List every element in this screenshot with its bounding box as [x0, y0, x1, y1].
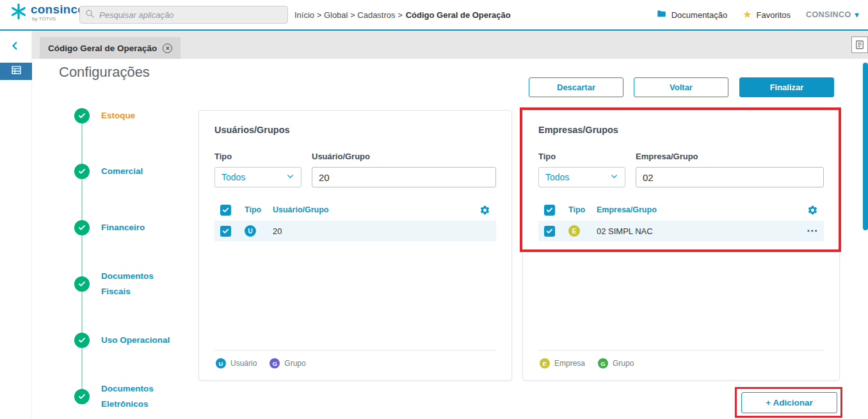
step-estoque[interactable]: Estoque: [74, 108, 183, 123]
stepper-connector-line: [81, 116, 83, 397]
chevron-down-icon: [610, 172, 618, 182]
step-comercial[interactable]: Comercial: [74, 164, 183, 179]
descartar-button[interactable]: Descartar: [529, 77, 623, 97]
group-badge-icon: G: [598, 358, 608, 368]
user-menu[interactable]: CONSINCO ▾: [806, 10, 859, 19]
step-uso-operacional[interactable]: Uso Operacional: [74, 333, 183, 348]
legend-item-empresa: E Empresa: [540, 358, 585, 368]
search-icon: [85, 9, 95, 21]
breadcrumb-path[interactable]: Início > Global > Cadastros >: [294, 10, 403, 20]
tipo-label: Tipo: [214, 152, 312, 161]
check-circle-icon: [74, 276, 90, 292]
step-documentos-fiscais[interactable]: Documentos Fiscais: [74, 269, 183, 299]
tipo-select-value: Todos: [221, 172, 245, 182]
legend: E Empresa G Grupo: [538, 350, 824, 371]
check-circle-icon: [74, 333, 90, 348]
row-value: 02 SIMPL NAC: [597, 226, 807, 236]
tipo-select-value: Todos: [545, 172, 569, 182]
table-header: Tipo Empresa/Grupo: [538, 200, 824, 219]
legend-item-grupo: G Grupo: [598, 358, 634, 368]
empresa-grupo-label: Empresa/Grupo: [636, 152, 698, 161]
gear-icon[interactable]: [807, 205, 818, 216]
more-options-icon[interactable]: ⋯: [807, 228, 818, 234]
vertical-scrollbar-thumb[interactable]: [863, 63, 868, 230]
chevron-down-icon: [286, 172, 294, 182]
user-badge-icon: U: [216, 358, 226, 368]
check-circle-icon: [74, 108, 90, 123]
tab-label: Código Geral de Operação: [48, 43, 157, 53]
legend-label: Grupo: [613, 359, 634, 368]
page-title: Configurações: [59, 64, 150, 81]
favorites-link[interactable]: ★ Favoritos: [743, 10, 791, 20]
select-all-checkbox[interactable]: [544, 205, 555, 216]
brand-name: consinco: [31, 3, 85, 15]
breadcrumb: Início > Global > Cadastros > Código Ger…: [294, 0, 511, 29]
grid-icon: [11, 65, 22, 78]
user-type-badge: U: [245, 225, 256, 237]
consinco-logo: consinco by TOTVS: [10, 3, 85, 22]
company-type-badge: E: [568, 225, 580, 237]
usuario-grupo-input[interactable]: [312, 167, 496, 187]
column-header-tipo: Tipo: [245, 205, 273, 214]
gear-icon[interactable]: [479, 205, 490, 216]
column-header-empresa-grupo: Empresa/Grupo: [597, 205, 807, 214]
panel-title: Usuários/Grupos: [214, 125, 496, 135]
row-value: 20: [273, 226, 490, 236]
finalizar-button[interactable]: Finalizar: [739, 77, 834, 97]
breadcrumb-current: Código Geral de Operação: [406, 10, 511, 20]
panel-title: Empresas/Grupos: [538, 125, 824, 135]
step-label: Documentos Eletrônicos: [101, 381, 183, 412]
group-badge-icon: G: [269, 358, 280, 368]
adicionar-button[interactable]: + Adicionar: [741, 392, 837, 413]
check-circle-icon: [74, 389, 90, 404]
tipo-select[interactable]: Todos: [538, 167, 625, 187]
legend-item-grupo: G Grupo: [269, 358, 305, 368]
form-list-icon[interactable]: [851, 36, 868, 53]
table-row: E 02 SIMPL NAC ⋯: [538, 221, 824, 241]
search-input[interactable]: [99, 10, 282, 20]
empresas-grupos-panel: Empresas/Grupos Tipo Empresa/Grupo Todos…: [522, 110, 840, 381]
sidebar: [0, 31, 32, 419]
empresa-grupo-input[interactable]: [636, 167, 824, 187]
legend-item-usuario: U Usuário: [216, 358, 257, 368]
legend-label: Grupo: [284, 359, 305, 368]
column-header-usuario-grupo: Usuário/Grupo: [273, 205, 479, 214]
table-row: U 20: [214, 221, 496, 241]
column-header-tipo: Tipo: [568, 205, 597, 214]
app-search[interactable]: [79, 6, 288, 24]
step-financeiro[interactable]: Financeiro: [74, 220, 183, 235]
step-documentos-eletronicos[interactable]: Documentos Eletrônicos: [74, 381, 183, 412]
voltar-button[interactable]: Voltar: [634, 77, 728, 97]
legend: U Usuário G Grupo: [214, 350, 496, 371]
usuario-grupo-label: Usuário/Grupo: [312, 152, 370, 161]
tab-codigo-geral-operacao[interactable]: Código Geral de Operação ×: [40, 37, 181, 59]
tab-close-icon[interactable]: ×: [163, 43, 172, 53]
step-label: Financeiro: [101, 220, 183, 235]
tipo-label: Tipo: [538, 152, 636, 161]
user-menu-label: CONSINCO: [806, 10, 851, 19]
step-label: Comercial: [101, 164, 183, 179]
usuarios-grupos-panel: Usuários/Grupos Tipo Usuário/Grupo Todos…: [198, 110, 512, 381]
collapse-back-icon[interactable]: [10, 41, 20, 53]
chevron-down-icon: ▾: [855, 10, 859, 19]
table-header: Tipo Usuário/Grupo: [214, 200, 496, 219]
company-badge-icon: E: [540, 358, 550, 368]
row-checkbox[interactable]: [544, 226, 555, 237]
consinco-logo-icon: [10, 3, 27, 22]
check-circle-icon: [74, 164, 90, 179]
select-all-checkbox[interactable]: [220, 205, 231, 216]
step-label: Estoque: [101, 108, 183, 123]
step-label: Documentos Fiscais: [101, 269, 183, 299]
legend-label: Empresa: [554, 359, 585, 368]
app-header: consinco by TOTVS Início > Global > Cada…: [0, 0, 868, 31]
documentation-link[interactable]: Documentação: [656, 9, 727, 20]
row-checkbox[interactable]: [220, 226, 231, 237]
sidebar-item-forms[interactable]: [0, 63, 32, 80]
folder-icon: [656, 9, 667, 20]
documentation-label: Documentação: [671, 10, 727, 20]
tipo-select[interactable]: Todos: [214, 167, 301, 187]
check-circle-icon: [74, 220, 90, 235]
legend-label: Usuário: [230, 359, 257, 368]
favorites-label: Favoritos: [757, 10, 791, 20]
tab-bar: Código Geral de Operação ×: [32, 31, 868, 59]
